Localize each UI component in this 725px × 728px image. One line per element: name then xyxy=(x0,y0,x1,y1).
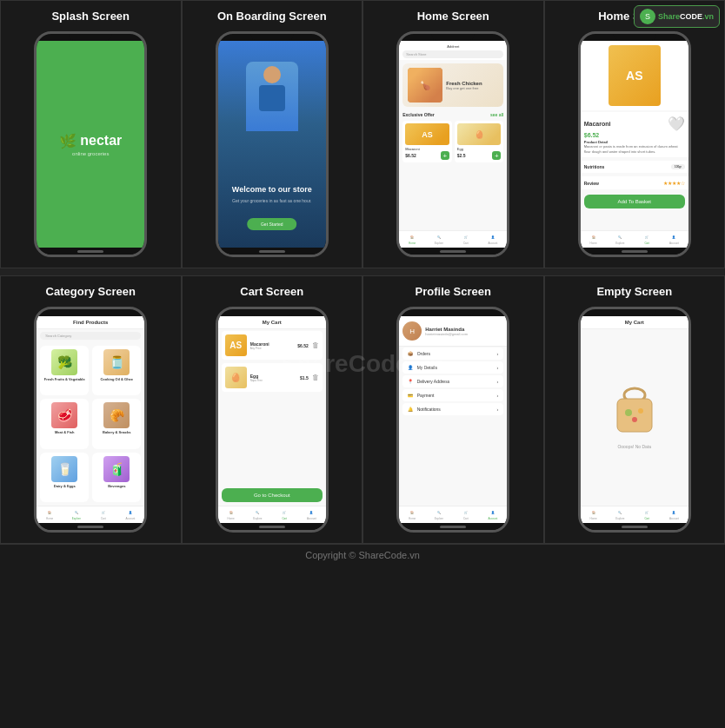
menu-orders[interactable]: 📦 Orders › xyxy=(402,347,503,360)
nav-explore-profile[interactable]: 🔍 Explore xyxy=(435,509,443,520)
nav-profile-cart[interactable]: 👤 Account xyxy=(307,509,316,520)
cart-item-mac: AS Macaroni Any Price $6.52 🗑 xyxy=(222,331,323,360)
menu-notifications[interactable]: 🔔 Notifications › xyxy=(402,403,503,415)
nav-home-label-d: Home xyxy=(590,242,597,245)
chicken-icon: 🍗 xyxy=(408,68,442,103)
explore-empty-icon: 🔍 xyxy=(616,509,623,516)
nav-home-detail[interactable]: 🏠 Home xyxy=(590,234,597,245)
phone-bottom-6 xyxy=(218,523,326,530)
mac-price-label: $6.52 xyxy=(405,153,416,158)
nav-empty-explore: Explore xyxy=(615,517,624,520)
empty-main: Oooops! No Data xyxy=(581,329,688,506)
egg-image: 🥚 xyxy=(457,123,502,145)
nav-profile-home: Home xyxy=(409,517,416,520)
onboarding-phone: Welcome to our store Get your groceries … xyxy=(216,31,329,257)
category-header: Find Products xyxy=(37,316,144,329)
orders-chevron: › xyxy=(497,351,499,356)
nav-cart-cat[interactable]: 🛒 Cart xyxy=(100,509,107,520)
checkout-button[interactable]: Go to Checkout xyxy=(222,488,323,502)
menu-delivery[interactable]: 📍 Delivery Address › xyxy=(402,375,503,387)
bottom-nav-detail: 🏠 Home 🔍 Explore 🛒 Cart 👤 xyxy=(581,230,688,248)
user-name: Harriet Masinda xyxy=(425,327,468,332)
profile-user-info: Harriet Masinda harrietmasinda@gmail.com xyxy=(425,327,468,336)
add-egg-button[interactable]: + xyxy=(492,151,501,160)
profile-screen: H Harriet Masinda harrietmasinda@gmail.c… xyxy=(399,316,507,523)
cat-fruits[interactable]: 🥦 Fresh Fruits & Vegetable xyxy=(40,346,89,395)
bottom-nav-profile: 🏠 Home 🔍 Explore 🛒 Cart 👤 xyxy=(399,506,507,523)
nav-home-profile[interactable]: 🏠 Home xyxy=(409,509,416,520)
home-indicator-5 xyxy=(77,526,103,528)
cat-meat[interactable]: 🥩 Meat & Fish xyxy=(40,399,89,448)
cat-oil[interactable]: 🫙 Cooking Oil & Ghee xyxy=(92,346,141,395)
nav-cart-cart[interactable]: 🛒 Cart xyxy=(281,509,288,520)
wishlist-icon[interactable]: 🤍 xyxy=(668,116,685,132)
home-indicator-2 xyxy=(259,250,285,253)
bottom-nav: 🏠 Home 🔍 Explore 🛒 Cart 👤 xyxy=(399,230,507,248)
nav-profile-profile[interactable]: 👤 Account xyxy=(489,509,498,520)
nav-cat-home: Home xyxy=(46,517,53,520)
empty-header: My Cart xyxy=(581,316,688,329)
nav-cart-detail[interactable]: 🛒 Cart xyxy=(643,234,650,245)
phone-notch-8 xyxy=(613,309,656,316)
nav-profile-empty[interactable]: 👤 Account xyxy=(669,509,679,520)
product-description: Macaroni or pasta is made from an extrus… xyxy=(584,144,685,154)
see-all-link[interactable]: see all xyxy=(490,112,503,117)
welcome-subtitle: Get your groceries in as fast as one hou… xyxy=(225,198,319,204)
menu-details[interactable]: 👤 My Details › xyxy=(402,361,503,374)
cart-content: My Cart AS Macaroni Any Price $6.52 🗑 🥚 xyxy=(218,316,326,523)
nav-profile[interactable]: 👤 Account xyxy=(489,234,498,245)
home-header: Addreet Search Store xyxy=(399,41,507,60)
splash-title: Splash Screen xyxy=(51,8,130,24)
nav-empty-home: Home xyxy=(590,517,597,520)
copyright-text: Copyright © ShareCode.vn xyxy=(305,550,420,560)
phone-notch-4 xyxy=(613,34,656,41)
vn-text: .vn xyxy=(702,12,714,21)
delete-mac-icon[interactable]: 🗑 xyxy=(312,341,319,349)
delete-egg-icon[interactable]: 🗑 xyxy=(312,374,319,381)
get-started-button[interactable]: Get Started xyxy=(247,218,297,230)
nav-explore-cart[interactable]: 🔍 Explore xyxy=(253,509,262,520)
explore-nav-icon: 🔍 xyxy=(436,234,442,241)
menu-payment[interactable]: 💳 Payment › xyxy=(402,389,503,401)
nav-profile-cart: Cart xyxy=(463,517,469,520)
cat-dairy[interactable]: 🥛 Dairy & Eggs xyxy=(40,453,89,502)
nav-home[interactable]: 🏠 Home xyxy=(409,234,416,245)
explore-cat-icon: 🔍 xyxy=(73,509,80,516)
add-to-basket-button[interactable]: Add To Basket xyxy=(584,195,685,208)
nav-home-cat[interactable]: 🏠 Home xyxy=(46,509,53,520)
nav-explore-empty[interactable]: 🔍 Explore xyxy=(615,509,624,520)
nav-cart-profile-tab[interactable]: 🛒 Cart xyxy=(462,509,469,520)
nav-cat-cart: Cart xyxy=(101,517,106,520)
home-nav-icon: 🏠 xyxy=(409,234,416,241)
nav-explore-cat[interactable]: 🔍 Explore xyxy=(72,509,81,520)
home-indicator-7 xyxy=(440,526,466,528)
cat-bakery[interactable]: 🥐 Bakery & Snacks xyxy=(92,399,141,448)
profile-cell: Profile Screen H Harriet Masinda harriet… xyxy=(362,275,544,544)
nav-explore-detail[interactable]: 🔍 Explore xyxy=(615,234,624,245)
bag-svg xyxy=(613,387,656,439)
details-icon: 👤 xyxy=(408,365,413,370)
copyright-bar: Copyright © ShareCode.vn xyxy=(0,544,725,566)
nav-explore-label: Explore xyxy=(435,242,443,245)
mac-price: $6.52 + xyxy=(405,151,449,160)
cart-profile-icon: 🛒 xyxy=(462,509,469,516)
category-search[interactable]: Search Category xyxy=(40,332,141,340)
phone-bottom-2 xyxy=(218,248,326,255)
phone-notch-5 xyxy=(69,309,112,316)
nav-profile-cat[interactable]: 👤 Account xyxy=(126,509,136,520)
nav-home-cart[interactable]: 🏠 Home xyxy=(228,509,235,520)
product-name: Macaroni xyxy=(584,121,611,127)
add-mac-button[interactable]: + xyxy=(441,151,449,160)
cat-beverages[interactable]: 🧃 Beverages xyxy=(92,453,141,502)
nav-home-empty[interactable]: 🏠 Home xyxy=(590,509,597,520)
search-bar[interactable]: Search Store xyxy=(402,50,503,58)
egg-price-label: $2.5 xyxy=(457,153,466,158)
nav-cart-empty[interactable]: 🛒 Cart xyxy=(643,509,650,520)
nav-profile-detail[interactable]: 👤 Account xyxy=(669,234,679,245)
nav-cart[interactable]: 🛒 Cart xyxy=(462,234,469,245)
svg-point-3 xyxy=(638,408,643,414)
person-image xyxy=(246,62,298,131)
nav-cat-profile: Account xyxy=(126,517,136,520)
empty-phone: My Cart Oooops! No Data xyxy=(578,307,691,533)
nav-explore[interactable]: 🔍 Explore xyxy=(435,234,443,245)
